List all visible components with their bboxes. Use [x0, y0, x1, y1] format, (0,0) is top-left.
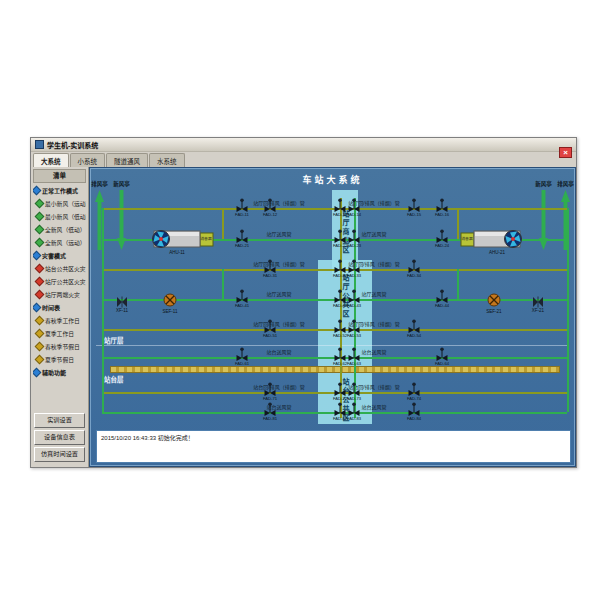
damper-FAD-22[interactable]	[334, 229, 346, 243]
duct-label-4-0: 站厅回/排风（排烟）管	[253, 320, 304, 327]
damper-FAD-52[interactable]	[334, 319, 346, 333]
sidebar-item-0-2[interactable]: 全新风（低动）	[33, 223, 86, 236]
damper-FAD-34[interactable]	[408, 259, 420, 273]
tab-3[interactable]: 水系统	[149, 153, 185, 168]
damper-FAD-44[interactable]	[436, 289, 448, 303]
pavilion-label-2: 新风亭	[535, 180, 552, 188]
concourse-level-line	[96, 345, 569, 346]
damper-FAD-62[interactable]	[334, 347, 346, 361]
sidebar: 清单 正常工作模式最小新风（远动）最小新风（低动）全新风（低动）全新风（远动）灾…	[31, 167, 89, 467]
sidebar-group-2[interactable]: 时间表	[33, 301, 86, 314]
sidebar-button-0[interactable]: 实训设置	[34, 413, 85, 428]
damper-code-FAD-11: FAD-11	[235, 212, 249, 217]
duct-label-7-1: 站台送风管	[361, 403, 386, 410]
item-label: 全新风（远动）	[45, 238, 86, 247]
damper-code-FAD-54: FAD-54	[407, 333, 421, 338]
titlebar[interactable]: 学生机-实训系统	[31, 138, 576, 152]
damper-FAD-53[interactable]	[348, 319, 360, 333]
damper-FAD-42[interactable]	[334, 289, 346, 303]
sidebar-group-1[interactable]: 灾害模式	[33, 249, 86, 262]
damper-code-FAD-13: FAD-13	[333, 212, 347, 217]
fan-code-AHU-11: AHU-11	[169, 250, 185, 255]
platform-slab	[110, 366, 560, 373]
damper-code-FAD-31: FAD-31	[263, 273, 277, 278]
sidebar-item-0-3[interactable]: 全新风（远动）	[33, 236, 86, 249]
damper-code-FAD-81: FAD-81	[263, 416, 277, 421]
group-label: 灾害模式	[42, 251, 66, 260]
fresh-air-arrow-icon	[539, 190, 548, 250]
damper-code-FAD-14: FAD-14	[347, 212, 361, 217]
item-icon	[35, 225, 45, 235]
item-icon	[35, 342, 45, 352]
platform-level-label: 站台层	[104, 374, 124, 384]
tab-1[interactable]: 小系统	[70, 153, 106, 168]
fan-code-AHU-21: AHU-21	[489, 250, 505, 255]
damper-FAD-81[interactable]	[264, 402, 276, 416]
damper-FAD-71[interactable]	[264, 382, 276, 396]
damper-FAD-23[interactable]	[348, 229, 360, 243]
sidebar-item-1-1[interactable]: 站厅公共区火灾	[33, 275, 86, 288]
tab-2[interactable]: 隧道通风	[106, 153, 148, 168]
sidebar-item-2-2[interactable]: 春秋季节假日	[33, 340, 86, 353]
damper-FAD-13[interactable]	[334, 198, 346, 212]
sidebar-item-1-2[interactable]: 站厅两端火灾	[33, 288, 86, 301]
item-label: 夏季节假日	[45, 355, 74, 364]
close-button[interactable]: ×	[559, 147, 572, 158]
sidebar-item-0-1[interactable]: 最小新风（低动）	[33, 210, 86, 223]
damper-FAD-16[interactable]	[436, 198, 448, 212]
damper-FAD-11[interactable]	[236, 198, 248, 212]
damper-FAD-51[interactable]	[264, 319, 276, 333]
damper-FAD-43[interactable]	[348, 289, 360, 303]
item-label: 最小新风（低动）	[45, 212, 86, 221]
damper-code-FAD-43: FAD-43	[347, 303, 361, 308]
damper-FAD-41[interactable]	[236, 289, 248, 303]
sidebar-group-3[interactable]: 辅助功能	[33, 366, 86, 379]
sidebar-item-0-0[interactable]: 最小新风（远动）	[33, 197, 86, 210]
sidebar-item-2-1[interactable]: 夏季工作日	[33, 327, 86, 340]
sidebar-button-2[interactable]: 仿真时间设置	[34, 447, 85, 462]
sidebar-item-2-0[interactable]: 春秋季工作日	[33, 314, 86, 327]
damper-FAD-33[interactable]	[348, 259, 360, 273]
damper-FAD-32[interactable]	[334, 259, 346, 273]
damper-FAD-12[interactable]	[264, 198, 276, 212]
damper-code-FAD-74: FAD-74	[407, 396, 421, 401]
damper-FAD-74[interactable]	[408, 382, 420, 396]
damper-FAD-31[interactable]	[264, 259, 276, 273]
sidebar-header: 清单	[33, 169, 86, 183]
damper-FAD-84[interactable]	[408, 402, 420, 416]
duct-label-6-0: 站台回/排风（排烟）管	[253, 383, 304, 390]
damper-code-FAD-23: FAD-23	[347, 243, 361, 248]
damper-FAD-73[interactable]	[348, 382, 360, 396]
damper-code-FAD-21: FAD-21	[235, 243, 249, 248]
damper-code-FAD-22: FAD-22	[333, 243, 347, 248]
damper-FAD-24[interactable]	[436, 229, 448, 243]
damper-code-FAD-12: FAD-12	[263, 212, 277, 217]
fan-code-XF-11: XF-11	[116, 308, 128, 313]
damper-FAD-82[interactable]	[334, 402, 346, 416]
sidebar-button-1[interactable]: 设备信息表	[34, 430, 85, 445]
damper-code-FAD-24: FAD-24	[435, 243, 449, 248]
damper-FAD-72[interactable]	[334, 382, 346, 396]
damper-FAD-15[interactable]	[408, 198, 420, 212]
damper-FAD-14[interactable]	[348, 198, 360, 212]
damper-FAD-21[interactable]	[236, 229, 248, 243]
damper-FAD-64[interactable]	[436, 347, 448, 361]
log-box[interactable]: 2015/10/20 16:43:33 初始化完成！	[96, 430, 571, 463]
item-label: 站厅公共区火灾	[45, 277, 86, 286]
damper-FAD-54[interactable]	[408, 319, 420, 333]
item-label: 站台公共区火灾	[45, 264, 86, 273]
item-icon	[35, 355, 45, 365]
damper-FAD-61[interactable]	[236, 347, 248, 361]
sidebar-list: 正常工作模式最小新风（远动）最小新风（低动）全新风（低动）全新风（远动）灾害模式…	[33, 184, 86, 415]
damper-code-FAD-44: FAD-44	[435, 303, 449, 308]
main-panel: 车站大系统 站厅商业区 站厅公共区 站台公共区 站厅层 站台层 2015/10/…	[89, 167, 576, 467]
app-window: 学生机-实训系统 × 大系统小系统隧道通风水系统 清单 正常工作模式最小新风（远…	[30, 137, 577, 468]
damper-FAD-83[interactable]	[348, 402, 360, 416]
sidebar-item-2-3[interactable]: 夏季节假日	[33, 353, 86, 366]
damper-FAD-63[interactable]	[348, 347, 360, 361]
item-label: 全新风（低动）	[45, 225, 86, 234]
sidebar-group-0[interactable]: 正常工作模式	[33, 184, 86, 197]
damper-code-FAD-41: FAD-41	[235, 303, 249, 308]
tab-0[interactable]: 大系统	[33, 153, 69, 168]
sidebar-item-1-0[interactable]: 站台公共区火灾	[33, 262, 86, 275]
